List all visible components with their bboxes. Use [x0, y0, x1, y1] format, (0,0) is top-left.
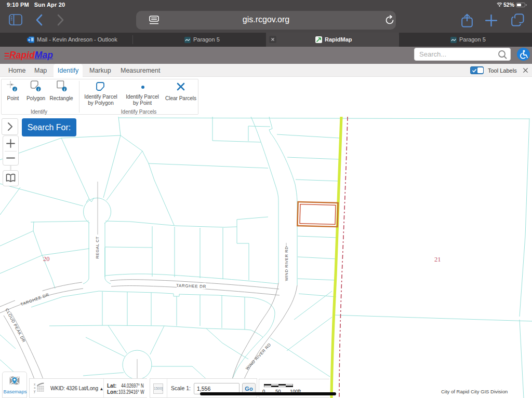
svg-text:20: 20 [43, 255, 50, 263]
svg-text:REGAL CT: REGAL CT [95, 237, 100, 259]
svg-text:21: 21 [434, 256, 441, 263]
svg-text:WIND RIVER RD: WIND RIVER RD [284, 246, 289, 281]
svg-text:CLOUD PEAK DR: CLOUD PEAK DR [4, 308, 26, 344]
svg-text:WIND RIVER RD: WIND RIVER RD [245, 342, 272, 371]
svg-text:o: o [28, 38, 30, 42]
svg-text:y: y [34, 389, 36, 393]
